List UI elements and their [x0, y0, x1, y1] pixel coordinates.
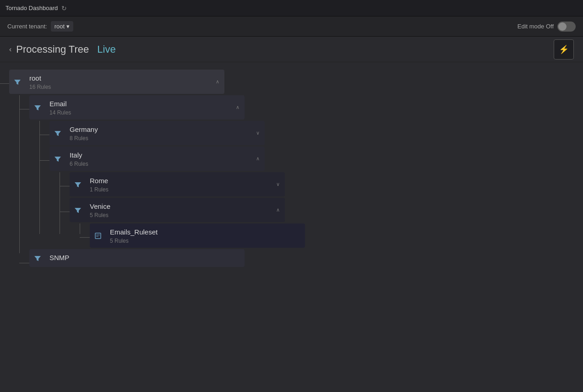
top-bar: Current tenant: root ▾ Edit mode Off	[0, 16, 583, 37]
page-live-label: Live	[97, 44, 115, 55]
root-children: Email 14 Rules ∧ Germany	[9, 95, 574, 267]
filter-icon-rome	[70, 172, 86, 196]
title-bar: Tornado Dashboard ↻	[0, 0, 583, 16]
tenant-value: root	[54, 23, 65, 30]
tree-node-venice: Venice 5 Rules ∧	[70, 198, 574, 248]
node-card-snmp[interactable]: SNMP	[29, 249, 245, 267]
main-content: root 16 Rules ∧ Email 14 Rules ∧	[0, 62, 583, 392]
node-card-email[interactable]: Email 14 Rules ∧	[29, 95, 245, 120]
node-card-venice[interactable]: Venice 5 Rules ∧	[70, 198, 285, 222]
loading-icon: ↻	[61, 5, 67, 12]
node-rules-email: 14 Rules	[49, 109, 227, 116]
lightning-icon: ⚡	[559, 44, 569, 54]
node-title-email: Email	[49, 100, 227, 108]
node-title-italy: Italy	[70, 151, 247, 159]
lightning-button[interactable]: ⚡	[554, 39, 574, 60]
filter-icon-snmp	[29, 249, 46, 267]
node-body-germany: Germany 8 Rules	[66, 121, 251, 145]
tree-node-rome: Rome 1 Rules ∨	[70, 172, 574, 196]
node-body-venice: Venice 5 Rules	[86, 198, 271, 222]
page-title: Processing Tree	[16, 44, 89, 55]
node-body-rome: Rome 1 Rules	[86, 172, 271, 196]
tree-node-email: Email 14 Rules ∧ Germany	[29, 95, 574, 248]
node-card-emails-ruleset[interactable]: Emails_Ruleset 5 Rules	[90, 223, 305, 248]
chevron-italy[interactable]: ∧	[251, 147, 265, 171]
tenant-chevron-icon: ▾	[66, 23, 70, 30]
node-rules-emails-ruleset: 5 Rules	[110, 238, 301, 244]
tree-node-italy: Italy 6 Rules ∧	[49, 147, 574, 248]
node-card-root[interactable]: root 16 Rules ∧	[9, 70, 224, 94]
chevron-rome[interactable]: ∨	[271, 172, 285, 196]
tree-node-snmp: SNMP	[29, 249, 574, 267]
node-title-rome: Rome	[90, 177, 267, 185]
edit-mode-label: Edit mode Off	[518, 23, 554, 30]
tree-node-germany: Germany 8 Rules ∨	[49, 121, 574, 145]
chevron-venice[interactable]: ∧	[271, 198, 285, 222]
node-title-root: root	[29, 74, 207, 82]
italy-children: Rome 1 Rules ∨	[49, 172, 574, 248]
filter-icon-email	[29, 95, 46, 120]
venice-children: Emails_Ruleset 5 Rules	[70, 223, 574, 248]
back-button[interactable]: ‹	[9, 45, 11, 54]
node-title-snmp: SNMP	[49, 254, 241, 261]
edit-mode-section: Edit mode Off	[518, 22, 576, 32]
tenant-section: Current tenant: root ▾	[7, 21, 73, 32]
node-rules-italy: 6 Rules	[70, 161, 247, 167]
node-body-snmp: SNMP	[46, 249, 245, 267]
node-body-root: root 16 Rules	[26, 70, 211, 94]
chevron-email[interactable]: ∧	[231, 95, 245, 120]
node-rules-root: 16 Rules	[29, 84, 207, 90]
node-title-venice: Venice	[90, 202, 267, 210]
tenant-label: Current tenant:	[7, 23, 47, 30]
node-body-emails-ruleset: Emails_Ruleset 5 Rules	[106, 223, 305, 248]
filter-icon-germany	[49, 121, 66, 145]
node-title-germany: Germany	[70, 125, 247, 133]
ruleset-icon-emails	[90, 223, 106, 248]
page-header: ‹ Processing Tree Live ⚡	[0, 37, 583, 62]
node-body-italy: Italy 6 Rules	[66, 147, 251, 171]
node-body-email: Email 14 Rules	[46, 95, 231, 120]
node-card-germany[interactable]: Germany 8 Rules ∨	[49, 121, 265, 145]
tree-node-root: root 16 Rules ∧ Email 14 Rules ∧	[9, 70, 574, 267]
node-card-rome[interactable]: Rome 1 Rules ∨	[70, 172, 285, 196]
svg-rect-0	[95, 233, 101, 239]
node-rules-germany: 8 Rules	[70, 135, 247, 142]
chevron-root[interactable]: ∧	[211, 70, 224, 94]
email-children: Germany 8 Rules ∨	[29, 121, 574, 248]
node-title-emails-ruleset: Emails_Ruleset	[110, 228, 301, 236]
tree-node-emails-ruleset: Emails_Ruleset 5 Rules	[90, 223, 574, 248]
filter-icon-root	[9, 70, 26, 94]
node-card-italy[interactable]: Italy 6 Rules ∧	[49, 147, 265, 171]
tenant-dropdown[interactable]: root ▾	[51, 21, 73, 32]
edit-mode-toggle[interactable]	[557, 22, 576, 32]
filter-icon-venice	[70, 198, 86, 222]
filter-icon-italy	[49, 147, 66, 171]
node-rules-venice: 5 Rules	[90, 212, 267, 218]
app-title: Tornado Dashboard	[5, 5, 58, 11]
chevron-germany[interactable]: ∨	[251, 121, 265, 145]
node-rules-rome: 1 Rules	[90, 186, 267, 193]
